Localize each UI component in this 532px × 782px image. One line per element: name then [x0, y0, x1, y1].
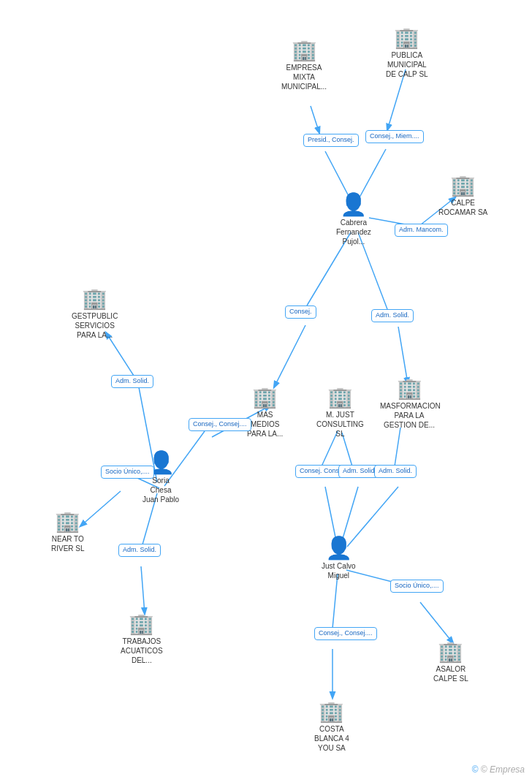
svg-line-15 [80, 491, 121, 526]
publica-node: 🏢 PUBLICA MUNICIPAL DE CALP SL [386, 28, 428, 79]
masformacion-node: 🏢 MASFORMACION PARA LA GESTION DE... [380, 379, 438, 430]
masformacion-label: MASFORMACION PARA LA GESTION DE... [380, 401, 438, 430]
empresa-label: EMPRESA MIXTA MUNICIPAL... [281, 63, 327, 91]
asalor-node: 🏢 ASALOR CALPE SL [433, 642, 468, 683]
svg-line-17 [141, 566, 145, 614]
svg-line-0 [311, 106, 319, 133]
watermark: © © Empresa [472, 764, 525, 775]
svg-line-9 [398, 327, 408, 384]
costa-blanca-label: COSTA BLANCA 4 YOU SA [314, 724, 349, 753]
svg-line-26 [332, 574, 338, 629]
costa-blanca-node: 🏢 COSTA BLANCA 4 YOU SA [314, 702, 349, 753]
trabajos-label: TRABAJOS ACUATICOS DEL... [121, 637, 163, 665]
consej-cabrera-badge[interactable]: Consej. [285, 305, 316, 319]
m-just-building-icon: 🏢 [327, 387, 353, 408]
cabrera-person-icon: 👤 [340, 194, 367, 216]
trabajos-node: 🏢 TRABAJOS ACUATICOS DEL... [121, 614, 163, 665]
svg-line-3 [360, 149, 386, 197]
diagram-container: 🏢 EMPRESA MIXTA MUNICIPAL... 🏢 PUBLICA M… [0, 0, 532, 782]
calpe-building-icon: 🏢 [450, 175, 476, 196]
publica-building-icon: 🏢 [394, 28, 419, 48]
near-to-river-building-icon: 🏢 [55, 512, 80, 532]
presid-consej-badge[interactable]: Presid., Consej. [303, 134, 359, 147]
near-to-river-node: 🏢 NEAR TO RIVER SL [51, 512, 85, 553]
cabrera-node: 👤 Cabrera Fernandez Pujol... [336, 194, 371, 246]
m-just-label: M. JUST CONSULTING SL [316, 410, 364, 439]
publica-label: PUBLICA MUNICIPAL DE CALP SL [386, 50, 428, 79]
just-calvo-node: 👤 Just Calvo Miguel [322, 537, 356, 580]
svg-line-20 [395, 428, 400, 466]
mas-medios-building-icon: 🏢 [252, 387, 278, 408]
consej-solid-soria-badge[interactable]: Consej., Consej.... [189, 418, 251, 431]
near-to-river-label: NEAR TO RIVER SL [51, 534, 85, 553]
svg-line-22 [342, 487, 358, 541]
trabajos-building-icon: 🏢 [129, 614, 154, 634]
svg-line-8 [274, 325, 305, 387]
svg-line-21 [325, 487, 336, 541]
costa-blanca-building-icon: 🏢 [319, 702, 344, 722]
gestpublic-building-icon: 🏢 [82, 289, 107, 309]
just-calvo-person-icon: 👤 [325, 537, 352, 559]
socio-unico-soria-badge[interactable]: Socio Único,.... [101, 466, 154, 479]
adm-mancom-badge[interactable]: Adm. Mancom. [395, 224, 448, 237]
just-calvo-label: Just Calvo Miguel [322, 561, 356, 580]
svg-line-2 [325, 151, 349, 197]
socio-unico-just-badge[interactable]: Socio Único,.... [390, 580, 444, 593]
consej-costa-badge[interactable]: Consej., Consej.... [314, 627, 377, 640]
gestpublic-label: GESTPUBLIC SERVICIOS PARA LA... [72, 311, 118, 340]
asalor-building-icon: 🏢 [438, 642, 463, 662]
calpe-rocamar-node: 🏢 CALPE ROCAMAR SA [438, 175, 487, 217]
calpe-label: CALPE ROCAMAR SA [438, 198, 487, 217]
svg-line-25 [420, 602, 453, 643]
mas-medios-node: 🏢 MAS MEDIOS PARA LA... [247, 387, 283, 439]
asalor-label: ASALOR CALPE SL [433, 664, 468, 683]
consej-miem-badge[interactable]: Consej., Miem.... [365, 130, 424, 143]
m-just-node: 🏢 M. JUST CONSULTING SL [316, 387, 364, 439]
adm-solid-cabrera-badge[interactable]: Adm. Solid. [371, 309, 414, 322]
adm-solid-gestpublic-badge[interactable]: Adm. Solid. [111, 375, 153, 388]
adm-solid-soria-badge[interactable]: Adm. Solid. [118, 544, 161, 557]
empresa-node: 🏢 EMPRESA MIXTA MUNICIPAL... [281, 40, 327, 91]
adm-solid-masform-badge[interactable]: Adm. Solid. [374, 465, 417, 478]
empresa-building-icon: 🏢 [292, 40, 317, 61]
masformacion-building-icon: 🏢 [397, 379, 422, 399]
gestpublic-node: 🏢 GESTPUBLIC SERVICIOS PARA LA... [72, 289, 118, 340]
mas-medios-label: MAS MEDIOS PARA LA... [247, 410, 283, 439]
cabrera-label: Cabrera Fernandez Pujol... [336, 218, 371, 246]
soria-label: Soria Chesa Juan Pablo [142, 476, 179, 504]
